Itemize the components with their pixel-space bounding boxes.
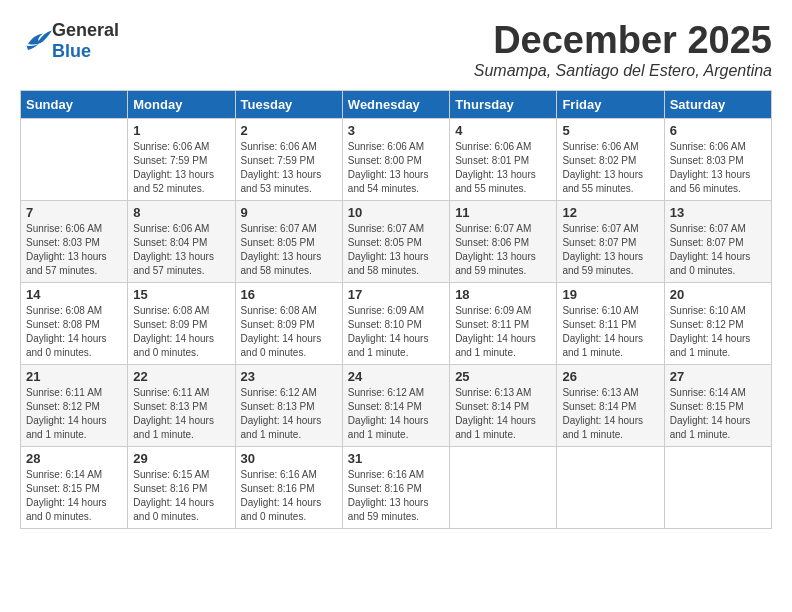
day-info: Sunrise: 6:15 AMSunset: 8:16 PMDaylight:…	[133, 468, 229, 524]
table-row: 24Sunrise: 6:12 AMSunset: 8:14 PMDayligh…	[342, 364, 449, 446]
table-row: 21Sunrise: 6:11 AMSunset: 8:12 PMDayligh…	[21, 364, 128, 446]
day-info: Sunrise: 6:06 AMSunset: 8:02 PMDaylight:…	[562, 140, 658, 196]
day-number: 18	[455, 287, 551, 302]
table-row: 2Sunrise: 6:06 AMSunset: 7:59 PMDaylight…	[235, 118, 342, 200]
table-row: 27Sunrise: 6:14 AMSunset: 8:15 PMDayligh…	[664, 364, 771, 446]
day-number: 16	[241, 287, 337, 302]
day-info: Sunrise: 6:07 AMSunset: 8:06 PMDaylight:…	[455, 222, 551, 278]
table-row: 8Sunrise: 6:06 AMSunset: 8:04 PMDaylight…	[128, 200, 235, 282]
day-number: 24	[348, 369, 444, 384]
day-info: Sunrise: 6:06 AMSunset: 7:59 PMDaylight:…	[133, 140, 229, 196]
table-row: 4Sunrise: 6:06 AMSunset: 8:01 PMDaylight…	[450, 118, 557, 200]
table-row: 14Sunrise: 6:08 AMSunset: 8:08 PMDayligh…	[21, 282, 128, 364]
day-number: 2	[241, 123, 337, 138]
day-info: Sunrise: 6:06 AMSunset: 8:03 PMDaylight:…	[670, 140, 766, 196]
calendar-week-row: 1Sunrise: 6:06 AMSunset: 7:59 PMDaylight…	[21, 118, 772, 200]
day-info: Sunrise: 6:07 AMSunset: 8:07 PMDaylight:…	[562, 222, 658, 278]
day-info: Sunrise: 6:11 AMSunset: 8:13 PMDaylight:…	[133, 386, 229, 442]
table-row: 19Sunrise: 6:10 AMSunset: 8:11 PMDayligh…	[557, 282, 664, 364]
day-number: 20	[670, 287, 766, 302]
day-info: Sunrise: 6:06 AMSunset: 8:03 PMDaylight:…	[26, 222, 122, 278]
calendar-week-row: 21Sunrise: 6:11 AMSunset: 8:12 PMDayligh…	[21, 364, 772, 446]
calendar-week-row: 28Sunrise: 6:14 AMSunset: 8:15 PMDayligh…	[21, 446, 772, 528]
header-tuesday: Tuesday	[235, 90, 342, 118]
day-info: Sunrise: 6:08 AMSunset: 8:09 PMDaylight:…	[133, 304, 229, 360]
header-sunday: Sunday	[21, 90, 128, 118]
table-row: 26Sunrise: 6:13 AMSunset: 8:14 PMDayligh…	[557, 364, 664, 446]
day-number: 12	[562, 205, 658, 220]
table-row: 28Sunrise: 6:14 AMSunset: 8:15 PMDayligh…	[21, 446, 128, 528]
day-info: Sunrise: 6:14 AMSunset: 8:15 PMDaylight:…	[26, 468, 122, 524]
header-thursday: Thursday	[450, 90, 557, 118]
day-info: Sunrise: 6:13 AMSunset: 8:14 PMDaylight:…	[455, 386, 551, 442]
table-row: 20Sunrise: 6:10 AMSunset: 8:12 PMDayligh…	[664, 282, 771, 364]
header-friday: Friday	[557, 90, 664, 118]
table-row: 3Sunrise: 6:06 AMSunset: 8:00 PMDaylight…	[342, 118, 449, 200]
table-row: 29Sunrise: 6:15 AMSunset: 8:16 PMDayligh…	[128, 446, 235, 528]
table-row	[557, 446, 664, 528]
calendar-table: Sunday Monday Tuesday Wednesday Thursday…	[20, 90, 772, 529]
table-row	[450, 446, 557, 528]
day-info: Sunrise: 6:06 AMSunset: 8:01 PMDaylight:…	[455, 140, 551, 196]
day-number: 11	[455, 205, 551, 220]
day-number: 9	[241, 205, 337, 220]
day-number: 13	[670, 205, 766, 220]
table-row: 7Sunrise: 6:06 AMSunset: 8:03 PMDaylight…	[21, 200, 128, 282]
table-row: 9Sunrise: 6:07 AMSunset: 8:05 PMDaylight…	[235, 200, 342, 282]
day-number: 26	[562, 369, 658, 384]
day-number: 30	[241, 451, 337, 466]
day-number: 23	[241, 369, 337, 384]
day-number: 15	[133, 287, 229, 302]
table-row: 18Sunrise: 6:09 AMSunset: 8:11 PMDayligh…	[450, 282, 557, 364]
day-info: Sunrise: 6:07 AMSunset: 8:05 PMDaylight:…	[348, 222, 444, 278]
table-row: 10Sunrise: 6:07 AMSunset: 8:05 PMDayligh…	[342, 200, 449, 282]
day-info: Sunrise: 6:10 AMSunset: 8:12 PMDaylight:…	[670, 304, 766, 360]
title-block: December 2025 Sumampa, Santiago del Este…	[474, 20, 772, 80]
day-number: 6	[670, 123, 766, 138]
header-saturday: Saturday	[664, 90, 771, 118]
table-row: 15Sunrise: 6:08 AMSunset: 8:09 PMDayligh…	[128, 282, 235, 364]
logo-text: General Blue	[52, 20, 119, 62]
logo-icon	[22, 29, 52, 53]
table-row: 1Sunrise: 6:06 AMSunset: 7:59 PMDaylight…	[128, 118, 235, 200]
day-number: 5	[562, 123, 658, 138]
day-number: 4	[455, 123, 551, 138]
day-info: Sunrise: 6:16 AMSunset: 8:16 PMDaylight:…	[348, 468, 444, 524]
day-number: 10	[348, 205, 444, 220]
day-info: Sunrise: 6:11 AMSunset: 8:12 PMDaylight:…	[26, 386, 122, 442]
page-header: General Blue December 2025 Sumampa, Sant…	[20, 20, 772, 80]
day-info: Sunrise: 6:12 AMSunset: 8:14 PMDaylight:…	[348, 386, 444, 442]
day-number: 8	[133, 205, 229, 220]
table-row: 25Sunrise: 6:13 AMSunset: 8:14 PMDayligh…	[450, 364, 557, 446]
header-monday: Monday	[128, 90, 235, 118]
day-info: Sunrise: 6:09 AMSunset: 8:10 PMDaylight:…	[348, 304, 444, 360]
day-info: Sunrise: 6:10 AMSunset: 8:11 PMDaylight:…	[562, 304, 658, 360]
month-title: December 2025	[474, 20, 772, 62]
calendar-header-row: Sunday Monday Tuesday Wednesday Thursday…	[21, 90, 772, 118]
day-info: Sunrise: 6:06 AMSunset: 7:59 PMDaylight:…	[241, 140, 337, 196]
table-row: 11Sunrise: 6:07 AMSunset: 8:06 PMDayligh…	[450, 200, 557, 282]
day-info: Sunrise: 6:07 AMSunset: 8:07 PMDaylight:…	[670, 222, 766, 278]
table-row: 17Sunrise: 6:09 AMSunset: 8:10 PMDayligh…	[342, 282, 449, 364]
day-info: Sunrise: 6:09 AMSunset: 8:11 PMDaylight:…	[455, 304, 551, 360]
day-info: Sunrise: 6:06 AMSunset: 8:00 PMDaylight:…	[348, 140, 444, 196]
table-row: 30Sunrise: 6:16 AMSunset: 8:16 PMDayligh…	[235, 446, 342, 528]
table-row	[664, 446, 771, 528]
calendar-week-row: 7Sunrise: 6:06 AMSunset: 8:03 PMDaylight…	[21, 200, 772, 282]
table-row: 5Sunrise: 6:06 AMSunset: 8:02 PMDaylight…	[557, 118, 664, 200]
day-number: 25	[455, 369, 551, 384]
table-row: 23Sunrise: 6:12 AMSunset: 8:13 PMDayligh…	[235, 364, 342, 446]
day-number: 19	[562, 287, 658, 302]
location-subtitle: Sumampa, Santiago del Estero, Argentina	[474, 62, 772, 80]
day-info: Sunrise: 6:06 AMSunset: 8:04 PMDaylight:…	[133, 222, 229, 278]
logo: General Blue	[20, 20, 119, 62]
header-wednesday: Wednesday	[342, 90, 449, 118]
day-info: Sunrise: 6:16 AMSunset: 8:16 PMDaylight:…	[241, 468, 337, 524]
day-info: Sunrise: 6:08 AMSunset: 8:09 PMDaylight:…	[241, 304, 337, 360]
day-info: Sunrise: 6:07 AMSunset: 8:05 PMDaylight:…	[241, 222, 337, 278]
day-number: 22	[133, 369, 229, 384]
table-row: 12Sunrise: 6:07 AMSunset: 8:07 PMDayligh…	[557, 200, 664, 282]
day-number: 1	[133, 123, 229, 138]
table-row: 6Sunrise: 6:06 AMSunset: 8:03 PMDaylight…	[664, 118, 771, 200]
table-row: 31Sunrise: 6:16 AMSunset: 8:16 PMDayligh…	[342, 446, 449, 528]
